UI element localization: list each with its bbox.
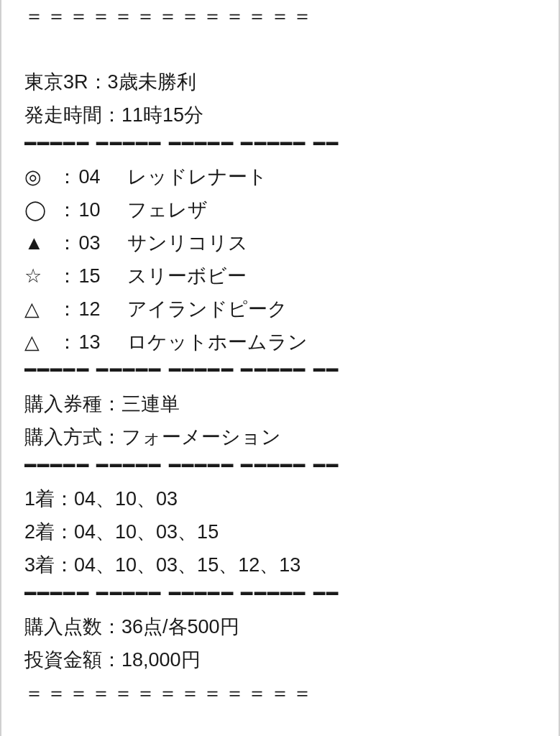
pick-row-0: ◎：04レッドレナート [24,161,536,194]
pick-number: 03 [79,227,128,260]
pick-mark: ◯ [24,194,58,227]
pick-horse-name: サンリコリス [127,227,248,260]
pick-separator: ： [58,326,79,359]
pick-mark: ☆ [24,260,58,293]
pick-number: 04 [79,161,128,194]
separator-dashes-3: ━━━━━ ━━━━━ ━━━━━ ━━━━━ ━━ [24,454,536,483]
pick-horse-name: アイランドピーク [127,293,288,326]
pick-separator: ： [58,293,79,326]
placement-3: 3着：04、10、03、15、12、13 [24,549,536,582]
race-start-time: 発走時間：11時15分 [24,99,536,132]
purchase-points: 購入点数：36点/各500円 [24,611,536,644]
pick-separator: ： [58,227,79,260]
pick-row-1: ◯：10フェレザ [24,194,536,227]
separator-dashes-1: ━━━━━ ━━━━━ ━━━━━ ━━━━━ ━━ [24,132,536,161]
pick-separator: ： [58,161,79,194]
pick-mark: △ [24,293,58,326]
pick-horse-name: レッドレナート [127,161,267,194]
pick-separator: ： [58,194,79,227]
pick-horse-name: フェレザ [127,194,208,227]
pick-mark: ◎ [24,161,58,194]
ticket-type: 購入券種：三連単 [24,388,536,421]
investment-amount: 投資金額：18,000円 [24,644,536,677]
pick-number: 15 [79,260,128,293]
placement-2: 2着：04、10、03、15 [24,516,536,549]
document-container: ＝＝＝＝＝＝＝＝＝＝＝＝＝ 東京3R：3歳未勝利 発走時間：11時15分 ━━━… [0,0,560,736]
race-header: 東京3R：3歳未勝利 [24,66,536,99]
pick-row-3: ☆：15スリーボビー [24,260,536,293]
pick-row-5: △：13ロケットホームラン [24,326,536,359]
pick-horse-name: ロケットホームラン [127,326,308,359]
placement-1: 1着：04、10、03 [24,483,536,516]
separator-dashes-2: ━━━━━ ━━━━━ ━━━━━ ━━━━━ ━━ [24,359,536,387]
pick-row-2: ▲：03サンリコリス [24,227,536,260]
pick-mark: ▲ [24,227,58,260]
pick-number: 10 [79,194,128,227]
pick-horse-name: スリーボビー [127,260,247,293]
separator-top: ＝＝＝＝＝＝＝＝＝＝＝＝＝ [24,0,536,33]
spacer [24,33,536,66]
separator-bottom: ＝＝＝＝＝＝＝＝＝＝＝＝＝ [24,677,536,710]
purchase-method: 購入方式：フォーメーション [24,421,536,454]
pick-number: 12 [79,293,128,326]
pick-number: 13 [79,326,128,359]
separator-dashes-4: ━━━━━ ━━━━━ ━━━━━ ━━━━━ ━━ [24,582,536,611]
pick-row-4: △：12アイランドピーク [24,293,536,326]
pick-mark: △ [24,326,58,359]
pick-separator: ： [58,260,79,293]
